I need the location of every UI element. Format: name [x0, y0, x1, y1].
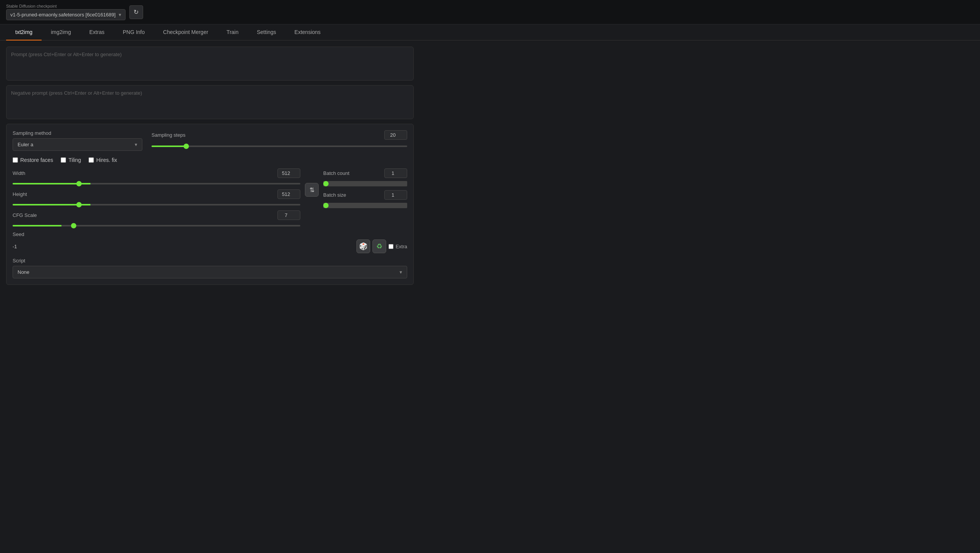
tab-extensions[interactable]: Extensions [285, 24, 330, 40]
tiling-checkbox-wrap[interactable]: Tiling [61, 157, 81, 163]
checkboxes-row: Restore faces Tiling Hires. fix [13, 157, 407, 163]
controls-section: Sampling method Euler a ▾ Sampling steps… [6, 124, 414, 285]
height-label-row: Height [13, 189, 300, 199]
batch-size-value-input[interactable] [384, 190, 407, 200]
positive-prompt-input[interactable] [11, 52, 409, 74]
width-value-input[interactable] [277, 168, 300, 178]
seed-section: Seed 🎲 ♻ Extra [13, 231, 407, 253]
script-select[interactable]: None ▾ [13, 266, 407, 278]
batch-count-label: Batch count [323, 170, 350, 176]
hires-fix-label: Hires. fix [96, 157, 117, 163]
negative-prompt-area [6, 85, 414, 119]
seed-value-row: 🎲 ♻ Extra [13, 239, 407, 253]
script-section: Script None ▾ [13, 258, 407, 278]
extra-checkbox-wrap[interactable]: Extra [388, 244, 407, 249]
sampling-steps-label: Sampling steps [152, 132, 185, 138]
seed-label: Seed [13, 231, 407, 237]
restore-faces-label: Restore faces [20, 157, 53, 163]
swap-dimensions-button[interactable]: ⇅ [305, 183, 319, 197]
chevron-down-icon: ▾ [400, 269, 402, 275]
sampling-method-label: Sampling method [13, 130, 142, 136]
batch-size-item: Batch size [323, 190, 407, 208]
chevron-down-icon: ▾ [135, 142, 137, 147]
tab-img2img[interactable]: img2img [42, 24, 80, 40]
recycle-icon: ♻ [376, 242, 382, 251]
recycle-button[interactable]: ♻ [372, 239, 386, 253]
main-content: Sampling method Euler a ▾ Sampling steps… [0, 40, 420, 291]
tiling-checkbox[interactable] [61, 157, 66, 163]
batch-count-slider[interactable] [323, 181, 407, 186]
sampling-steps-slider[interactable] [152, 146, 407, 147]
top-bar: Stable Diffusion checkpoint v1-5-pruned-… [0, 0, 980, 24]
dimensions-wrap: Width Height CFG Scale [13, 168, 407, 231]
sampling-method-col: Sampling method Euler a ▾ [13, 130, 142, 151]
tiling-label: Tiling [68, 157, 81, 163]
dice-button[interactable]: 🎲 [356, 239, 370, 253]
batch-size-slider[interactable] [323, 203, 407, 208]
restore-faces-checkbox-wrap[interactable]: Restore faces [13, 157, 53, 163]
checkpoint-wrap: Stable Diffusion checkpoint v1-5-pruned-… [6, 4, 126, 20]
positive-prompt-area [6, 47, 414, 81]
height-row: Height [13, 189, 300, 207]
seed-input[interactable] [13, 244, 43, 249]
swap-icon: ⇅ [309, 186, 314, 194]
batch-size-label: Batch size [323, 192, 346, 198]
script-value: None [18, 269, 29, 275]
sampling-row: Sampling method Euler a ▾ Sampling steps [13, 130, 407, 151]
hires-fix-checkbox-wrap[interactable]: Hires. fix [89, 157, 117, 163]
sampling-steps-value[interactable] [384, 130, 407, 140]
chevron-down-icon: ▾ [119, 12, 121, 18]
cfg-value-input[interactable] [277, 210, 300, 220]
hires-fix-checkbox[interactable] [89, 157, 94, 163]
checkpoint-select[interactable]: v1-5-pruned-emaonly.safetensors [6ce0161… [6, 9, 126, 20]
script-label: Script [13, 258, 407, 264]
dims-swap: ⇅ [305, 168, 319, 197]
width-label-row: Width [13, 168, 300, 178]
batch-count-value-input[interactable] [384, 168, 407, 178]
width-slider[interactable] [13, 183, 300, 184]
cfg-label: CFG Scale [13, 212, 37, 218]
tab-train[interactable]: Train [218, 24, 248, 40]
dims-batch: Batch count Batch size [323, 168, 407, 208]
width-row: Width [13, 168, 300, 186]
height-value-input[interactable] [277, 189, 300, 199]
cfg-label-row: CFG Scale [13, 210, 300, 220]
sampling-steps-col: Sampling steps [152, 130, 407, 148]
sampling-method-value: Euler a [18, 142, 33, 147]
tab-png-info[interactable]: PNG Info [114, 24, 154, 40]
cfg-row: CFG Scale [13, 210, 300, 228]
height-slider[interactable] [13, 204, 300, 205]
refresh-icon: ↻ [134, 8, 139, 16]
tab-settings[interactable]: Settings [248, 24, 285, 40]
width-label: Width [13, 170, 25, 176]
cfg-slider[interactable] [13, 225, 300, 226]
tab-checkpoint-merger[interactable]: Checkpoint Merger [154, 24, 217, 40]
height-label: Height [13, 191, 27, 197]
checkpoint-label: Stable Diffusion checkpoint [6, 4, 126, 8]
checkpoint-value: v1-5-pruned-emaonly.safetensors [6ce0161… [10, 12, 116, 18]
restore-faces-checkbox[interactable] [13, 157, 18, 163]
refresh-button[interactable]: ↻ [129, 5, 143, 19]
batch-count-item: Batch count [323, 168, 407, 186]
extra-label: Extra [396, 244, 407, 249]
tab-txt2img[interactable]: txt2img [6, 24, 42, 40]
tab-extras[interactable]: Extras [80, 24, 114, 40]
negative-prompt-input[interactable] [11, 90, 409, 113]
tab-bar: txt2img img2img Extras PNG Info Checkpoi… [0, 24, 980, 40]
extra-checkbox[interactable] [388, 244, 393, 249]
dice-icon: 🎲 [359, 242, 368, 251]
sampling-method-select[interactable]: Euler a ▾ [13, 138, 142, 151]
dims-sliders: Width Height CFG Scale [13, 168, 300, 231]
